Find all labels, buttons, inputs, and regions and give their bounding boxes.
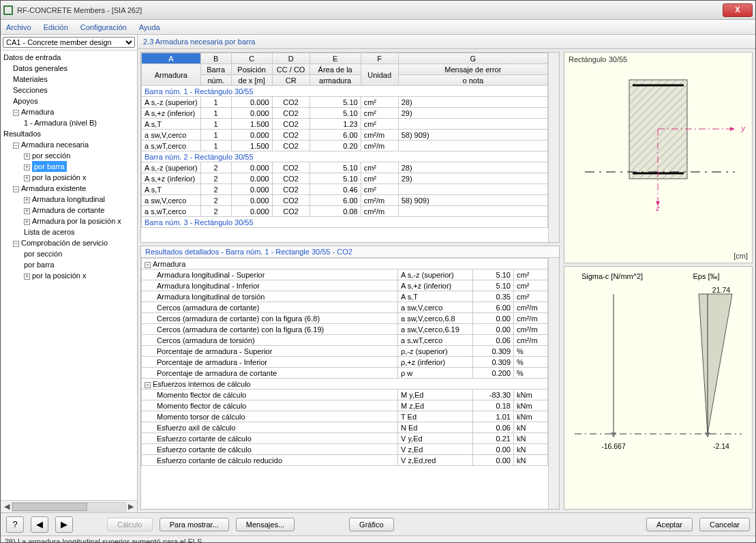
sidebar: CA1 - Concrete member design Datos de en… bbox=[1, 35, 138, 512]
table-row[interactable]: a s,wT,cerco11.500CO20.20cm²/m bbox=[142, 141, 548, 151]
eps-label: Eps [‰] bbox=[693, 272, 719, 280]
tree-materials[interactable]: Materiales bbox=[2, 74, 137, 85]
tree-by-xpos[interactable]: +por la posición x bbox=[2, 172, 137, 183]
v2: -2.14 bbox=[713, 442, 729, 450]
next-button[interactable]: ▶ bbox=[55, 516, 73, 533]
tree-exist-reinf[interactable]: −Armadura existente bbox=[2, 183, 137, 194]
detail-row[interactable]: Momento flector de cálculoM z,Ed0.18kNm bbox=[142, 400, 548, 411]
messages-button[interactable]: Mensajes... bbox=[236, 518, 294, 531]
app-icon bbox=[3, 5, 13, 15]
tree-by-bar[interactable]: +por barra bbox=[2, 161, 137, 172]
col-E[interactable]: E bbox=[309, 53, 361, 64]
detail-row[interactable]: Cercos (armadura de cortante)a sw,V,cerc… bbox=[142, 302, 548, 313]
detail-row[interactable]: Esfuerzo axil de cálculoN Ed0.06kN bbox=[142, 422, 548, 433]
detail-row[interactable]: Esfuerzo cortante de cálculoV y,Ed0.21kN bbox=[142, 433, 548, 444]
tree-sc-section[interactable]: por sección bbox=[2, 248, 137, 259]
detail-row[interactable]: Momento flector de cálculoM y,Ed-83.30kN… bbox=[142, 390, 548, 400]
vscroll-icon[interactable] bbox=[548, 53, 559, 242]
table-row[interactable]: A s,T20.000CO20.46cm² bbox=[142, 184, 548, 195]
menu-config[interactable]: Configuración bbox=[80, 23, 127, 31]
detail-row[interactable]: Porcentaje de armadura de cortanteρ w0.2… bbox=[142, 368, 548, 379]
content-title: 2.3 Armadura necesaria por barra bbox=[138, 35, 755, 49]
svg-marker-13 bbox=[699, 294, 732, 434]
graph-button[interactable]: Gráfico bbox=[349, 518, 393, 531]
detail-row[interactable]: Armadura longitudinal - SuperiorA s,-z (… bbox=[142, 269, 548, 280]
detail-row[interactable]: Porcentaje de armadura - Superiorρ,-z (s… bbox=[142, 346, 548, 357]
detail-row[interactable]: Esfuerzo cortante de cálculoV z,Ed0.00kN bbox=[142, 444, 548, 455]
ok-button[interactable]: Aceptar bbox=[646, 518, 693, 531]
col-F[interactable]: F bbox=[361, 53, 398, 64]
close-button[interactable]: X bbox=[723, 3, 753, 17]
menu-file[interactable]: Archivo bbox=[6, 23, 31, 31]
tree-general[interactable]: Datos generales bbox=[2, 63, 137, 74]
sigma-label: Sigma-c [N/mm^2] bbox=[581, 272, 643, 280]
vscroll-icon[interactable] bbox=[548, 258, 559, 509]
col-C[interactable]: C bbox=[231, 53, 272, 64]
tree-steel-list[interactable]: Lista de aceros bbox=[2, 226, 137, 237]
window-title: RF-CONCRETE Members - [SIA 262] bbox=[17, 6, 720, 14]
tree-supports[interactable]: Apoyos bbox=[2, 96, 137, 106]
detail-row[interactable]: Cercos (armadura de cortante) con la fig… bbox=[142, 313, 548, 324]
main-grid[interactable]: A B C D E F G Armadura bbox=[141, 53, 548, 242]
cancel-button[interactable]: Cancelar bbox=[699, 518, 750, 531]
tree-sections[interactable]: Secciones bbox=[2, 85, 137, 96]
col-B[interactable]: B bbox=[200, 53, 231, 64]
detail-row[interactable]: Armadura longitudinal - InferiorA s,+z (… bbox=[142, 280, 548, 291]
cross-section-view: Rectángulo 30/55 bbox=[564, 52, 753, 263]
svg-marker-15 bbox=[705, 432, 710, 437]
detail-row[interactable]: Porcentaje de armadura - Inferiorρ,+z (i… bbox=[142, 357, 548, 368]
svg-marker-7 bbox=[730, 127, 735, 131]
titlebar: RF-CONCRETE Members - [SIA 262] X bbox=[1, 1, 755, 20]
help-button[interactable]: ? bbox=[6, 516, 24, 533]
menu-help[interactable]: Ayuda bbox=[139, 23, 160, 31]
diagram-view: Sigma-c [N/mm^2] Eps [‰] -16.667 -2.14 2… bbox=[564, 266, 753, 510]
table-row[interactable]: a sw,V,cerco10.000CO26.00cm²/m58) 909) bbox=[142, 130, 548, 141]
details-header: Resultados detallados - Barra núm. 1 - R… bbox=[141, 246, 559, 258]
table-row[interactable]: A s,+z (inferior)20.000CO25.10cm²29) bbox=[142, 173, 548, 184]
col-D[interactable]: D bbox=[272, 53, 309, 64]
table-row[interactable]: A s,-z (superior)20.000CO25.10cm²28) bbox=[142, 162, 548, 173]
detail-row[interactable]: Cercos (armadura de cortante) con la fig… bbox=[142, 324, 548, 335]
v3: 21.74 bbox=[712, 286, 730, 294]
nav-tree[interactable]: Datos de entrada Datos generales Materia… bbox=[1, 50, 137, 500]
menubar: Archivo Edición Configuración Ayuda bbox=[1, 20, 755, 35]
tree-results[interactable]: Resultados bbox=[2, 128, 137, 139]
tree-sc-xpos[interactable]: +por la posición x bbox=[2, 270, 137, 281]
tree-input[interactable]: Datos de entrada bbox=[2, 52, 137, 63]
svg-marker-12 bbox=[611, 432, 616, 437]
col-A[interactable]: A bbox=[142, 53, 201, 64]
detail-row[interactable]: Esfuerzo cortante de cálculo reducidoV z… bbox=[142, 455, 548, 466]
tree-req-reinf[interactable]: −Armadura necesaria bbox=[2, 139, 137, 150]
statusbar: 28) La armadura longitudinal superior au… bbox=[1, 535, 755, 543]
table-row[interactable]: A s,T11.500CO21.23cm² bbox=[142, 119, 548, 130]
scroll-left-icon[interactable]: ◀ bbox=[2, 502, 12, 511]
tree-reinf-1[interactable]: 1 - Armadura (nivel B) bbox=[2, 117, 137, 128]
show-button[interactable]: Para mostrar... bbox=[160, 518, 229, 531]
group-row[interactable]: −Armadura bbox=[142, 259, 548, 269]
col-G[interactable]: G bbox=[398, 53, 547, 64]
prev-button[interactable]: ◀ bbox=[31, 516, 48, 533]
table-row[interactable]: a s,wT,cerco20.000CO20.08cm²/m bbox=[142, 206, 548, 217]
detail-row[interactable]: Armadura longitudinal de torsiónA s,T0.3… bbox=[142, 291, 548, 302]
tree-long-reinf[interactable]: +Armadura longitudinal bbox=[2, 194, 137, 205]
table-row[interactable]: A s,-z (superior)10.000CO25.10cm²28) bbox=[142, 97, 548, 108]
calc-button[interactable]: Cálculo bbox=[107, 518, 153, 531]
group-row[interactable]: −Esfuerzos internos de cálculo bbox=[142, 379, 548, 390]
table-row[interactable]: a sw,V,cerco20.000CO26.00cm²/m58) 909) bbox=[142, 195, 548, 206]
tree-shear-reinf[interactable]: +Armadura de cortante bbox=[2, 205, 137, 216]
tree-serv-check[interactable]: −Comprobación de servicio bbox=[2, 237, 137, 248]
table-row[interactable]: A s,+z (inferior)10.000CO25.10cm²29) bbox=[142, 108, 548, 119]
details-grid[interactable]: −ArmaduraArmadura longitudinal - Superio… bbox=[141, 258, 548, 509]
detail-row[interactable]: Cercos (armadura de torsión)a s,wT,cerco… bbox=[142, 335, 548, 346]
menu-edit[interactable]: Edición bbox=[44, 23, 68, 31]
button-bar: ? ◀ ▶ Cálculo Para mostrar... Mensajes..… bbox=[1, 512, 755, 535]
case-select[interactable]: CA1 - Concrete member design bbox=[3, 37, 135, 48]
detail-row[interactable]: Momento torsor de cálculoT Ed1.01kNm bbox=[142, 411, 548, 422]
tree-reinf[interactable]: −Armadura bbox=[2, 106, 137, 117]
scroll-right-icon[interactable]: ▶ bbox=[126, 502, 136, 511]
tree-reinf-by-x[interactable]: +Armadura por la posición x bbox=[2, 216, 137, 226]
sidebar-hscroll[interactable]: ◀ ▶ bbox=[1, 500, 137, 512]
tree-by-section[interactable]: +por sección bbox=[2, 150, 137, 161]
tree-sc-bar[interactable]: por barra bbox=[2, 259, 137, 270]
v1: -16.667 bbox=[601, 442, 626, 450]
